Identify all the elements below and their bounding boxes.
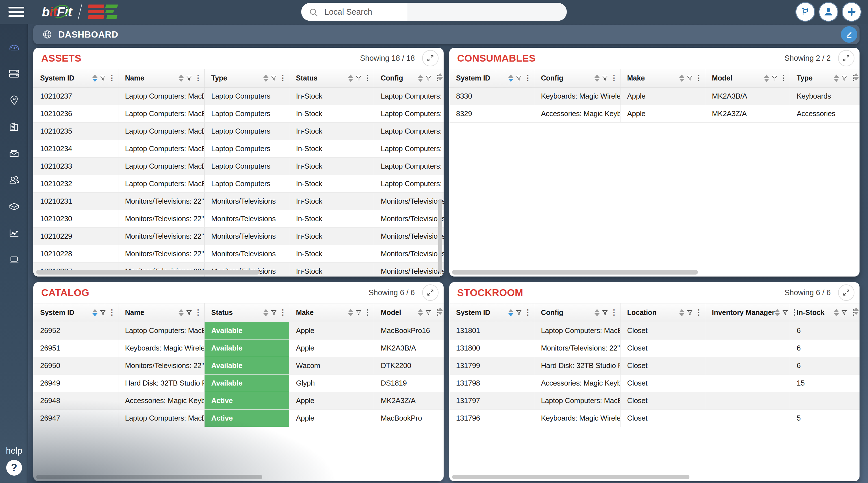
help-button[interactable]: ? xyxy=(6,460,22,476)
table-row[interactable]: 10210234Laptop Computers: MacBo...Laptop… xyxy=(33,140,444,158)
table-row[interactable]: 10210232Laptop Computers: MacBo...Laptop… xyxy=(33,175,444,193)
filter-icon[interactable] xyxy=(355,309,362,316)
column-menu-icon[interactable]: ⋮ xyxy=(364,74,372,82)
sort-icon[interactable] xyxy=(348,74,353,82)
expand-panel-button[interactable] xyxy=(422,284,438,301)
column-header-location[interactable]: Location⋮ xyxy=(620,303,705,322)
filter-icon[interactable] xyxy=(186,309,192,316)
table-row[interactable]: 10210228Monitors/Televisions: 22" C...Mo… xyxy=(33,245,444,263)
sort-icon[interactable] xyxy=(775,309,780,316)
column-header-type[interactable]: Type⋮ xyxy=(790,69,860,88)
column-header-config[interactable]: Config⋮ xyxy=(374,69,444,88)
column-header-config[interactable]: Config⋮ xyxy=(534,69,620,88)
column-header-system-id[interactable]: System ID⋮ xyxy=(449,303,534,322)
sidebar-item-mail[interactable] xyxy=(0,140,28,167)
sort-icon[interactable] xyxy=(834,74,839,82)
sort-icon[interactable] xyxy=(348,309,353,316)
sort-icon[interactable] xyxy=(92,74,97,82)
table-row[interactable]: 26949Hard Disk: 32TB Studio Rai...Availa… xyxy=(33,375,444,392)
column-header-model[interactable]: Model⋮ xyxy=(705,69,790,88)
sidebar-item-reports[interactable] xyxy=(0,220,28,246)
sort-icon[interactable] xyxy=(508,74,514,82)
column-header-make[interactable]: Make⋮ xyxy=(620,69,705,88)
column-menu-icon[interactable]: ⋮ xyxy=(695,309,703,316)
horizontal-scrollbar-thumb[interactable] xyxy=(36,270,259,275)
filter-icon[interactable] xyxy=(270,75,277,82)
sidebar-item-users[interactable] xyxy=(0,167,28,193)
filter-icon[interactable] xyxy=(99,75,106,82)
table-row[interactable]: 26950Monitors/Televisions: 22" C...Avail… xyxy=(33,357,444,375)
column-menu-icon[interactable]: ⋮ xyxy=(279,74,287,82)
column-header-make[interactable]: Make⋮ xyxy=(289,303,374,322)
table-row[interactable]: 131801Laptop Computers: MacBo...Closet6 xyxy=(449,322,860,340)
filter-icon[interactable] xyxy=(425,309,432,316)
sort-icon[interactable] xyxy=(418,309,423,316)
table-row[interactable]: 8329Accessories: Magic Keyboar...AppleMK… xyxy=(449,105,860,123)
sort-icon[interactable] xyxy=(679,74,684,82)
vertical-scrollbar-thumb[interactable] xyxy=(438,199,442,273)
column-menu-icon[interactable]: ⋮ xyxy=(108,309,116,316)
horizontal-scrollbar-thumb[interactable] xyxy=(452,475,689,479)
column-header-model[interactable]: Model⋮ xyxy=(374,303,444,322)
sidebar-item-assets[interactable] xyxy=(0,60,28,87)
table-row[interactable]: 131800Monitors/Televisions: 22" C...Clos… xyxy=(449,340,860,357)
hamburger-menu-icon[interactable] xyxy=(8,4,24,20)
expand-panel-button[interactable] xyxy=(838,50,855,66)
table-row[interactable]: 131797Laptop Computers: MacBo...Closet xyxy=(449,392,860,410)
sort-icon[interactable] xyxy=(418,74,423,82)
column-header-in-stock[interactable]: In-Stock⋮ xyxy=(790,303,860,322)
sort-icon[interactable] xyxy=(179,74,184,82)
expand-panel-button[interactable] xyxy=(422,50,438,66)
sidebar-item-dashboard[interactable] xyxy=(0,34,28,60)
filter-icon[interactable] xyxy=(771,75,778,82)
column-header-name[interactable]: Name⋮ xyxy=(118,69,204,88)
column-header-system-id[interactable]: System ID⋮ xyxy=(33,69,118,88)
filter-icon[interactable] xyxy=(270,309,277,316)
sort-icon[interactable] xyxy=(92,309,97,316)
filter-icon[interactable] xyxy=(186,75,192,82)
filter-icon[interactable] xyxy=(516,75,522,82)
table-row[interactable]: 10210236Laptop Computers: MacBo...Laptop… xyxy=(33,105,444,123)
horizontal-scrollbar-thumb[interactable] xyxy=(36,475,262,479)
sort-icon[interactable] xyxy=(594,74,599,82)
column-header-status[interactable]: Status⋮ xyxy=(289,69,374,88)
column-menu-icon[interactable]: ⋮ xyxy=(194,309,202,316)
column-header-config[interactable]: Config⋮ xyxy=(534,303,620,322)
sort-icon[interactable] xyxy=(594,309,599,316)
column-menu-icon[interactable]: ⋮ xyxy=(364,309,372,316)
sort-icon[interactable] xyxy=(854,308,859,315)
filter-icon[interactable] xyxy=(355,75,362,82)
column-menu-icon[interactable]: ⋮ xyxy=(695,74,703,82)
sort-icon[interactable] xyxy=(834,309,839,316)
sidebar-item-locations[interactable] xyxy=(0,87,28,114)
filter-icon[interactable] xyxy=(686,309,693,316)
column-header-name[interactable]: Name⋮ xyxy=(118,303,204,322)
user-button[interactable] xyxy=(819,3,837,21)
column-menu-icon[interactable]: ⋮ xyxy=(780,74,787,82)
column-menu-icon[interactable]: ⋮ xyxy=(194,74,202,82)
column-header-inventory-manager[interactable]: Inventory Manager⋮ xyxy=(705,303,790,322)
filter-icon[interactable] xyxy=(782,309,788,316)
filter-icon[interactable] xyxy=(841,309,848,316)
table-row[interactable]: 10210230Monitors/Televisions: 22" C...Mo… xyxy=(33,210,444,228)
column-header-status[interactable]: Status⋮ xyxy=(204,303,289,322)
sidebar-item-organization[interactable] xyxy=(0,114,28,140)
column-menu-icon[interactable]: ⋮ xyxy=(524,74,532,82)
table-row[interactable]: 26948Accessories: Magic Keyboar...Active… xyxy=(33,392,444,410)
sort-icon[interactable] xyxy=(264,309,269,316)
column-menu-icon[interactable]: ⋮ xyxy=(524,309,532,316)
filter-icon[interactable] xyxy=(425,75,432,82)
column-header-system-id[interactable]: System ID⋮ xyxy=(33,303,118,322)
search-input[interactable] xyxy=(301,3,567,21)
table-row[interactable]: 10210235Laptop Computers: MacBo...Laptop… xyxy=(33,123,444,140)
sort-icon[interactable] xyxy=(438,73,443,80)
flag-button[interactable] xyxy=(796,3,814,21)
filter-icon[interactable] xyxy=(601,75,608,82)
filter-icon[interactable] xyxy=(99,309,106,316)
column-header-system-id[interactable]: System ID⋮ xyxy=(449,69,534,88)
table-row[interactable]: 26952Laptop Computers: MacBo...Available… xyxy=(33,322,444,340)
table-row[interactable]: 8330Keyboards: Magic Wireless ...AppleMK… xyxy=(449,88,860,105)
filter-icon[interactable] xyxy=(516,309,522,316)
sidebar-item-devices[interactable] xyxy=(0,246,28,273)
table-row[interactable]: 10210229Monitors/Televisions: 22" C...Mo… xyxy=(33,228,444,245)
